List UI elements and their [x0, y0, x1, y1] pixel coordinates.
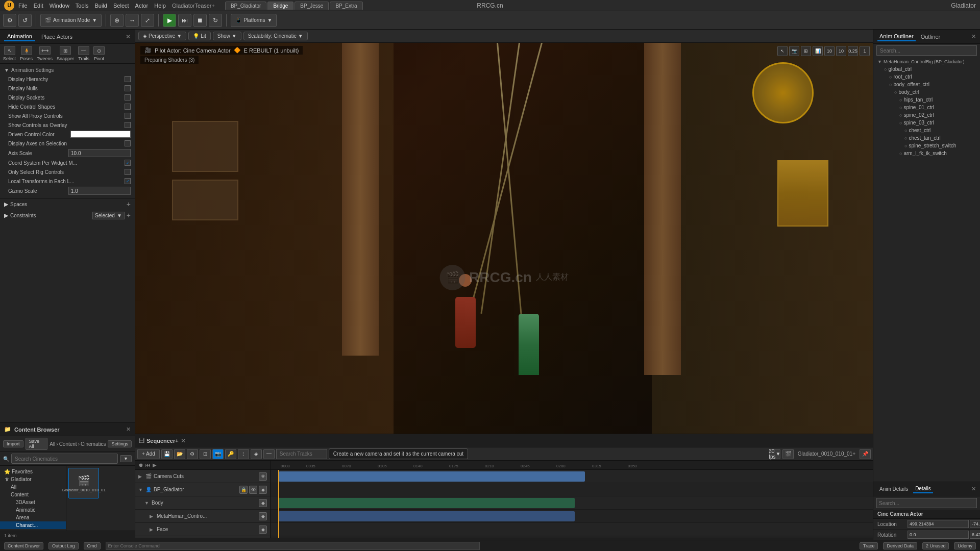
- breadcrumb-content[interactable]: Content: [59, 441, 77, 447]
- tab-animation[interactable]: Animation: [4, 32, 35, 41]
- seq-filter-btn[interactable]: ⫶: [238, 449, 249, 459]
- play-button[interactable]: ▶: [163, 14, 176, 27]
- outliner-search[interactable]: [876, 45, 977, 56]
- seq-record-btn[interactable]: ⚙: [187, 449, 198, 459]
- tool-trails[interactable]: 〰 Trails: [78, 46, 89, 61]
- transform-icon[interactable]: ↔: [126, 14, 139, 27]
- checkbox-hide-shapes[interactable]: [125, 104, 131, 110]
- ot-spine-stretch[interactable]: ○ spine_stretch_switch: [873, 142, 980, 149]
- seq-fps-dropdown[interactable]: 30 fps ▼: [769, 449, 780, 459]
- constraints-add-btn[interactable]: +: [127, 211, 131, 219]
- toolbar-icon-1[interactable]: ⚙: [3, 14, 16, 27]
- ot-hips-tan[interactable]: ○ hips_tan_ctrl: [873, 96, 980, 104]
- tool-poses[interactable]: 🧍 Poses: [20, 46, 33, 61]
- track-metahuman-ctrl[interactable]: ▶ MetaHuman_Contro... ◆: [135, 510, 270, 523]
- vp-icon-camera[interactable]: 📷: [789, 46, 799, 56]
- seq-camera-btn[interactable]: 📷: [212, 449, 224, 459]
- tab-bp-gladiator[interactable]: BP_Gladiator: [225, 2, 266, 10]
- track-body[interactable]: ▼ Body ◆: [135, 496, 270, 510]
- anim-settings-title[interactable]: ▼ Animation Settings: [0, 66, 135, 74]
- track-2-key[interactable]: ◆: [259, 486, 267, 494]
- cb-settings-btn[interactable]: Settings: [108, 440, 132, 447]
- sequencer-timeline[interactable]: 0008 0035 0070 0105 0140 0175 0210 0245 …: [271, 461, 873, 538]
- snap-icon[interactable]: ⊕: [110, 14, 124, 27]
- loop-btn[interactable]: ↻: [209, 14, 222, 27]
- tree-content[interactable]: Content: [0, 491, 66, 498]
- tool-select[interactable]: ↖ Select: [3, 46, 16, 61]
- details-search[interactable]: [876, 498, 977, 508]
- checkbox-coord-system[interactable]: [125, 160, 131, 166]
- track-2-lock[interactable]: 🔒: [239, 486, 248, 494]
- menu-file[interactable]: File: [18, 3, 28, 9]
- derived-data-btn[interactable]: Derived Data: [883, 542, 917, 549]
- tab-bp-extra[interactable]: BP_Extra: [330, 2, 362, 10]
- vp-lit-btn[interactable]: 💡 Lit: [188, 32, 211, 40]
- breadcrumb-all[interactable]: All: [50, 441, 55, 447]
- spaces-row[interactable]: ▶ Spaces +: [0, 198, 135, 210]
- checkbox-display-sockets[interactable]: [125, 94, 131, 101]
- animation-mode-btn[interactable]: 🎬 Animation Mode ▼: [40, 14, 102, 27]
- checkbox-show-proxy[interactable]: [125, 113, 131, 119]
- udemy-btn[interactable]: Udemy: [954, 542, 976, 549]
- track-2-vis[interactable]: 👁: [249, 486, 257, 494]
- color-swatch-driven[interactable]: [70, 131, 131, 138]
- tab-place-actors[interactable]: Place Actors: [38, 33, 76, 41]
- step-forward-btn[interactable]: ⏭: [178, 14, 191, 27]
- tree-arena[interactable]: Arena: [0, 514, 66, 521]
- tree-favorites[interactable]: ⭐ Favorites: [0, 468, 66, 475]
- tab-bp-jesse[interactable]: BP_Jesse: [295, 2, 329, 10]
- track-camera-cuts[interactable]: ▶ 🎬 Camera Cuts 👁: [135, 470, 270, 483]
- tab-anim-details[interactable]: Anim Details: [877, 485, 910, 493]
- seq-snap-btn[interactable]: ⊡: [200, 449, 211, 459]
- rotation-x-input[interactable]: [908, 531, 969, 539]
- tree-3dasset[interactable]: 3DAsset: [0, 498, 66, 506]
- content-drawer-btn[interactable]: Content Drawer: [4, 542, 43, 549]
- cb-close-btn[interactable]: ✕: [126, 426, 131, 433]
- cb-search-input[interactable]: [11, 454, 118, 464]
- input-axis-scale[interactable]: [68, 149, 131, 157]
- menu-build[interactable]: Build: [95, 3, 107, 9]
- ot-chest-ctrl[interactable]: ○ chest_ctrl: [873, 127, 980, 134]
- move-icon[interactable]: ⤢: [141, 14, 154, 27]
- location-y-input[interactable]: [970, 520, 980, 528]
- tree-all[interactable]: All: [0, 483, 66, 491]
- seq-save-btn[interactable]: 💾: [161, 449, 173, 459]
- seq-render-btn[interactable]: 🎬: [782, 449, 794, 459]
- stop-button[interactable]: ⏹: [193, 14, 207, 27]
- menu-window[interactable]: Window: [50, 3, 69, 9]
- tab-details[interactable]: Details: [913, 485, 933, 493]
- right-panel-close[interactable]: ✕: [971, 33, 976, 40]
- track-4-key[interactable]: ◆: [259, 512, 267, 520]
- menu-tools[interactable]: Tools: [76, 3, 89, 9]
- track-5-key[interactable]: ◆: [259, 525, 267, 534]
- ot-arm-fk-ik[interactable]: ○ arm_l_fk_ik_switch: [873, 149, 980, 157]
- seq-pin-btn[interactable]: 📌: [860, 449, 871, 459]
- seq-search-input[interactable]: [276, 449, 327, 459]
- vp-show-btn[interactable]: Show ▼: [213, 32, 241, 40]
- sequencer-close-btn[interactable]: ✕: [181, 437, 186, 444]
- checkbox-only-rig[interactable]: [125, 169, 131, 175]
- vp-icon-grid[interactable]: ⊞: [801, 46, 811, 56]
- ot-body-ctrl[interactable]: ○ body_ctrl: [873, 88, 980, 96]
- toolbar-icon-2[interactable]: ↺: [18, 14, 32, 27]
- console-input[interactable]: [106, 542, 480, 550]
- checkbox-show-overlay[interactable]: [125, 122, 131, 128]
- checkbox-display-nulls[interactable]: [125, 85, 131, 91]
- tool-pivot[interactable]: ⊙ Pivot: [93, 46, 105, 61]
- vp-icon-cursor[interactable]: ↖: [777, 46, 788, 56]
- tree-characters[interactable]: Charact...: [0, 521, 66, 529]
- track-face[interactable]: ▶ Face ◆: [135, 523, 270, 536]
- track-3-key[interactable]: ◆: [259, 499, 267, 507]
- tab-anim-outliner[interactable]: Anim Outliner: [877, 32, 916, 41]
- ot-root-ctrl[interactable]: ○ root_ctrl: [873, 73, 980, 81]
- unused-btn[interactable]: 2 Unused: [922, 542, 949, 549]
- menu-actor[interactable]: Actor: [135, 3, 149, 9]
- seq-curve-btn[interactable]: 〰: [263, 449, 275, 459]
- cb-import-btn[interactable]: Import: [3, 440, 23, 447]
- vp-scalability-btn[interactable]: Scalability: Cinematic ▼: [243, 32, 308, 40]
- cb-filter-btn[interactable]: ▼: [120, 455, 132, 462]
- breadcrumb-cinematics[interactable]: Cinematics: [81, 441, 106, 447]
- menu-edit[interactable]: Edit: [34, 3, 43, 9]
- ot-body-offset-ctrl[interactable]: ○ body_offset_ctrl: [873, 81, 980, 88]
- location-x-input[interactable]: [908, 520, 969, 528]
